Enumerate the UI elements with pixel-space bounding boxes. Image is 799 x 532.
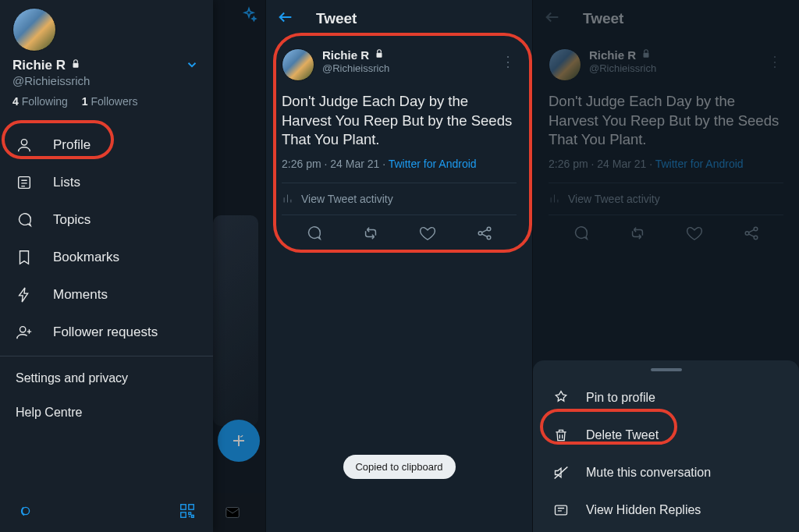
- drawer-panel: l-new dropping Richie R @Richieissrich 4: [0, 0, 265, 532]
- toast: Copied to clipboard: [343, 455, 455, 479]
- sheet-label: Delete Tweet: [586, 428, 659, 442]
- tweet-meta: 2:26 pm · 24 Mar 21 · Twitter for Androi…: [549, 158, 783, 170]
- tweet-card-dimmed: Richie R @Richieissrich ⋮ Don't Judge Ea…: [541, 42, 791, 257]
- lock-icon: [641, 48, 652, 62]
- theme-icon[interactable]: [17, 502, 34, 523]
- timeline-image-peek: [213, 215, 258, 426]
- svg-rect-13: [644, 53, 649, 58]
- svg-rect-17: [556, 505, 567, 515]
- like-button: [686, 225, 703, 245]
- sparkle-icon[interactable]: [240, 6, 257, 28]
- reply-button: [572, 225, 589, 245]
- nav-moments[interactable]: Moments: [0, 276, 213, 314]
- sheet-grabber[interactable]: [651, 368, 682, 371]
- svg-point-2: [21, 140, 27, 145]
- view-tweet-activity[interactable]: View Tweet activity: [282, 183, 517, 215]
- analytics-icon: [549, 193, 560, 204]
- tweet-source-link[interactable]: Twitter for Android: [389, 158, 477, 170]
- appbar: Tweet: [533, 0, 799, 37]
- mute-icon: [553, 465, 569, 481]
- lock-icon: [70, 58, 81, 73]
- nav-label: Moments: [53, 287, 108, 303]
- bottom-nav-peek: [213, 493, 265, 532]
- sheet-hidden-replies[interactable]: View Hidden Replies: [533, 491, 799, 529]
- person-plus-icon: [16, 324, 33, 341]
- nav-label: Topics: [53, 212, 91, 228]
- tweet-author-handle: @Richieissrich: [322, 62, 389, 74]
- nav-label: Profile: [53, 137, 91, 153]
- nav-label: Lists: [53, 175, 80, 190]
- tweet-more-button[interactable]: ⋮: [768, 53, 783, 70]
- svg-rect-8: [181, 512, 186, 517]
- tweet-options-panel: Tweet Richie R @Richieissrich ⋮ Don't Ju…: [532, 0, 799, 532]
- tweet-author-name: Richie R: [322, 48, 369, 62]
- appbar-title: Tweet: [583, 10, 623, 27]
- nav-topics[interactable]: Topics: [0, 201, 213, 239]
- nav-settings[interactable]: Settings and privacy: [0, 361, 213, 395]
- sheet-label: Mute this conversation: [586, 466, 711, 480]
- tweet-author-handle: @Richieissrich: [589, 62, 656, 74]
- retweet-button[interactable]: [362, 225, 379, 245]
- display-name: Richie R: [12, 58, 66, 73]
- followers-stat[interactable]: 1 Followers: [82, 95, 138, 108]
- analytics-icon: [282, 193, 293, 204]
- bookmark-icon: [16, 249, 33, 266]
- retweet-button: [629, 225, 646, 245]
- tweet-detail-panel: Tweet Richie R @Richieissrich ⋮ Don't Ju…: [265, 0, 532, 532]
- tweet-author-name: Richie R: [589, 48, 636, 62]
- following-stat[interactable]: 4 Following: [12, 95, 68, 108]
- divider: [0, 356, 213, 356]
- tweet-meta: 2:26 pm · 24 Mar 21 · Twitter for Androi…: [282, 158, 517, 170]
- tweet-card: Richie R @Richieissrich ⋮ Don't Judge Ea…: [274, 42, 524, 257]
- appbar-title: Tweet: [316, 10, 357, 27]
- envelope-icon[interactable]: [224, 504, 241, 521]
- svg-point-5: [22, 507, 29, 514]
- tweet-avatar: [549, 48, 581, 81]
- back-button[interactable]: [277, 9, 294, 29]
- appbar: Tweet: [266, 0, 532, 37]
- speech-icon: [16, 211, 33, 229]
- timeline-behind-preview: l-new dropping: [213, 0, 265, 532]
- nav-lists[interactable]: Lists: [0, 164, 213, 201]
- nav-label: Follower requests: [53, 325, 158, 340]
- bolt-icon: [16, 286, 33, 303]
- nav-bookmarks[interactable]: Bookmarks: [0, 239, 213, 276]
- trash-icon: [553, 427, 569, 443]
- svg-point-4: [20, 327, 26, 332]
- like-button[interactable]: [419, 225, 436, 245]
- sheet-delete[interactable]: Delete Tweet: [533, 417, 799, 454]
- account-switcher-chevron-icon[interactable]: [185, 58, 199, 75]
- sheet-pin[interactable]: Pin to profile: [533, 379, 799, 417]
- avatar[interactable]: [12, 8, 56, 51]
- nav-label: Bookmarks: [53, 250, 119, 265]
- svg-rect-9: [377, 53, 382, 58]
- list-icon: [16, 174, 33, 191]
- bottom-sheet: Pin to profile Delete Tweet Mute this co…: [533, 360, 799, 532]
- svg-rect-1: [73, 63, 79, 68]
- qr-icon[interactable]: [179, 502, 196, 523]
- nav-follower-requests[interactable]: Follower requests: [0, 314, 213, 351]
- nav-profile[interactable]: Profile: [0, 126, 213, 164]
- sheet-label: Pin to profile: [586, 391, 655, 405]
- compose-fab[interactable]: [218, 420, 260, 462]
- view-tweet-activity: View Tweet activity: [549, 183, 783, 215]
- person-icon: [16, 137, 33, 154]
- back-button[interactable]: [544, 9, 561, 29]
- tweet-text: Don't Judge Each Day by the Harvest You …: [549, 92, 783, 150]
- tweet-text: Don't Judge Each Day by the Harvest You …: [282, 92, 517, 150]
- svg-rect-6: [181, 505, 186, 509]
- svg-rect-7: [189, 505, 194, 509]
- lock-icon: [374, 48, 385, 62]
- hidden-replies-icon: [553, 502, 569, 518]
- tweet-avatar[interactable]: [282, 48, 314, 81]
- pin-icon: [553, 390, 569, 406]
- handle: @Richieissrich: [12, 74, 201, 87]
- sheet-label: View Hidden Replies: [586, 503, 701, 517]
- navigation-drawer: Richie R @Richieissrich 4 Following 1 Fo…: [0, 0, 213, 532]
- sheet-mute[interactable]: Mute this conversation: [533, 454, 799, 491]
- share-button[interactable]: [476, 225, 493, 245]
- share-button: [743, 225, 760, 245]
- nav-help[interactable]: Help Centre: [0, 395, 213, 430]
- reply-button[interactable]: [305, 225, 322, 245]
- tweet-more-button[interactable]: ⋮: [501, 53, 517, 70]
